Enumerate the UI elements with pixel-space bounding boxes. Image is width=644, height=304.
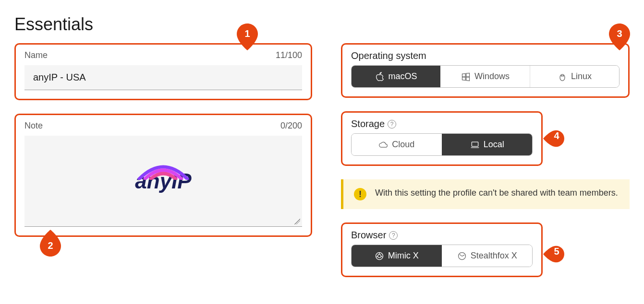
linux-icon xyxy=(558,72,567,82)
marker-2: 2 xyxy=(40,230,61,257)
svg-point-1 xyxy=(561,75,562,76)
section-title: Essentials xyxy=(14,14,630,35)
os-segmented: macOS Windows Linux xyxy=(351,65,620,88)
marker-4: 4 xyxy=(543,125,564,152)
name-label: Name xyxy=(24,50,48,60)
cloud-icon xyxy=(378,140,388,150)
name-input[interactable] xyxy=(24,65,302,90)
storage-option-cloud[interactable]: Cloud xyxy=(352,134,442,155)
windows-icon xyxy=(461,72,471,82)
storage-segmented: Cloud Local xyxy=(351,133,533,156)
svg-point-0 xyxy=(560,74,565,81)
storage-card: 4 Storage ? Cloud Local xyxy=(341,111,543,166)
chrome-icon xyxy=(375,251,384,261)
svg-point-5 xyxy=(377,254,381,257)
storage-label: Storage xyxy=(351,118,385,129)
warning-icon: ! xyxy=(354,188,366,200)
note-label: Note xyxy=(24,121,43,131)
os-card: 3 Operating system macOS Windows xyxy=(341,43,630,98)
marker-3: 3 xyxy=(609,23,630,50)
laptop-icon xyxy=(470,140,480,150)
anyip-logo: anyIP xyxy=(135,169,191,193)
marker-1: 1 xyxy=(237,23,258,50)
note-counter: 0/200 xyxy=(280,121,302,131)
note-card: Note 0/200 anyIP 2 xyxy=(14,114,312,237)
browser-option-mimic[interactable]: Mimic X xyxy=(352,245,442,267)
storage-warning: ! With this setting the profile can't be… xyxy=(341,179,630,209)
storage-option-local[interactable]: Local xyxy=(442,134,533,155)
browser-card: 5 Browser ? Mimic X Stealthfox X xyxy=(341,222,543,277)
name-card: 1 Name 11/100 xyxy=(14,43,312,100)
os-label: Operating system xyxy=(351,50,426,61)
name-counter: 11/100 xyxy=(276,50,302,60)
help-icon[interactable]: ? xyxy=(388,120,396,129)
warning-text: With this setting the profile can't be s… xyxy=(375,188,618,198)
help-icon[interactable]: ? xyxy=(389,231,398,240)
svg-point-2 xyxy=(563,75,564,76)
os-option-linux[interactable]: Linux xyxy=(530,66,619,87)
browser-segmented: Mimic X Stealthfox X xyxy=(351,245,533,267)
svg-rect-3 xyxy=(472,142,478,146)
note-textarea[interactable]: anyIP xyxy=(24,136,302,227)
os-option-windows[interactable]: Windows xyxy=(440,66,530,87)
browser-option-stealthfox[interactable]: Stealthfox X xyxy=(442,245,533,267)
os-option-macos[interactable]: macOS xyxy=(352,66,440,87)
marker-5: 5 xyxy=(543,241,564,268)
browser-label: Browser xyxy=(351,230,386,241)
firefox-icon xyxy=(457,251,467,261)
apple-icon xyxy=(375,72,384,82)
